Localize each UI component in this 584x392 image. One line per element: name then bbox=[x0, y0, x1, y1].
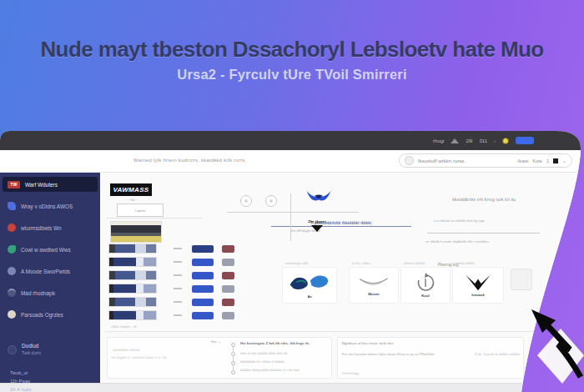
sidebar-item-5[interactable]: Mad rhodnapk bbox=[0, 282, 100, 304]
activity-header: Hrr kusrtsgrts Z krk hk rrks, rkk krgs r… bbox=[240, 341, 329, 345]
product-row[interactable] bbox=[108, 310, 234, 320]
hero-subtitle: Ursa2 - Fyrculv tUre TVoil Smirreri bbox=[0, 67, 584, 83]
sidebar-item-workspace[interactable]: TW Warf Wduters bbox=[3, 177, 98, 192]
logo-card-kool[interactable]: Kool bbox=[400, 267, 451, 304]
primary-cta-button[interactable] bbox=[516, 137, 534, 144]
redo-icon[interactable] bbox=[265, 195, 277, 207]
timeline-dot bbox=[231, 370, 235, 374]
product-row[interactable] bbox=[108, 244, 234, 254]
sidebar-item-4[interactable]: A Moode SworPwtds bbox=[0, 260, 100, 282]
row-thumbnail bbox=[108, 297, 157, 307]
toolbar-notice: Warned lytk hrtem kudrrcrs, skardkkd krl… bbox=[133, 158, 246, 163]
search-input[interactable]: Iksurkuff wrkkrt rurss bbox=[418, 158, 464, 163]
chevron-down-icon: ⌄ bbox=[218, 339, 221, 344]
vertical-divider bbox=[290, 193, 291, 241]
app-window: rhugi 29l 311 › Warned lytk hrtem kudrrc… bbox=[0, 131, 582, 392]
avatar[interactable] bbox=[502, 138, 509, 144]
row-dash bbox=[174, 288, 182, 289]
row-badge bbox=[222, 272, 234, 279]
logo-card-intowsk[interactable]: Intowsk bbox=[452, 267, 504, 304]
attachment-link[interactable]: Λ pkskkekkrkrkk rkkekkkkr rkkkkr bbox=[271, 220, 411, 227]
timeline-dot bbox=[231, 343, 235, 347]
section-divider bbox=[105, 331, 535, 332]
arc-logo-icon bbox=[355, 274, 392, 291]
stat-line-3: 34 ✦ Iusle bbox=[10, 387, 100, 392]
toolbar-counter: 1 bbox=[546, 158, 549, 163]
search-bar[interactable]: Iksurkuff wrkkrt rurss Aussi Kote 1 ⌄ bbox=[399, 153, 572, 168]
undo-icon[interactable] bbox=[240, 195, 252, 207]
wave-logo-icon bbox=[287, 272, 332, 294]
moon-icon bbox=[8, 289, 16, 297]
ghost-card-placeholder[interactable] bbox=[511, 269, 532, 290]
row-badge bbox=[222, 299, 234, 306]
sidebar-item-6[interactable]: Parsoads Ogrzles bbox=[0, 304, 100, 325]
sidebar-item-2[interactable]: wturmsdbwts Wn bbox=[0, 217, 100, 239]
row-dash bbox=[174, 314, 182, 316]
upload-icon[interactable] bbox=[451, 138, 459, 143]
caret-icon: › bbox=[494, 138, 496, 143]
sidebar-item-label: Wray v oDldns AWOS bbox=[21, 204, 73, 209]
product-photo-thumbnail[interactable] bbox=[110, 221, 162, 243]
titlebar-menu-item[interactable]: rhugi bbox=[433, 138, 444, 143]
sidebar-stats: Twub_ur 11h Pwas 34 ✦ Iusle bbox=[10, 370, 100, 392]
row-pill bbox=[192, 312, 214, 319]
row-dash bbox=[174, 248, 182, 249]
review-body: Fur uks kurssknt dskua Uplur zkuas Risry… bbox=[342, 352, 435, 356]
mini-form-label: ·· ~hk ·· bbox=[125, 198, 138, 202]
toolbar-action-1[interactable]: Aussi bbox=[517, 158, 528, 163]
titlebar-count-2: 311 bbox=[479, 138, 487, 143]
sidebar-item-label: Warf Wduters bbox=[25, 182, 58, 188]
review-footnote: Hrrkkkkkgg bbox=[342, 371, 359, 375]
globe-icon bbox=[8, 267, 16, 275]
product-row[interactable] bbox=[108, 284, 234, 294]
brand-badge: TW bbox=[8, 181, 20, 188]
divider bbox=[107, 218, 203, 219]
hero-title: Nude mayt tbeston Dssachoryl Lebsloetv h… bbox=[0, 37, 584, 63]
row-badge bbox=[222, 259, 234, 266]
logo-card-name: Intowsk bbox=[471, 293, 485, 297]
card-label: kkkkkr kkkkk bbox=[456, 261, 474, 265]
row-badge bbox=[222, 245, 234, 253]
brand-logo-chip: VAWMASS bbox=[110, 183, 152, 196]
product-row[interactable] bbox=[108, 297, 234, 307]
leaf-icon bbox=[8, 245, 16, 254]
timeline-dot bbox=[231, 361, 235, 365]
card-label: kkkk kr kkkkkk bbox=[404, 261, 425, 265]
logo-card-muster[interactable]: Muster bbox=[349, 267, 399, 304]
eagle-logo-icon bbox=[305, 189, 332, 208]
main-content: VAWMASS ·· ~hk ·· I uprrrr bbox=[100, 173, 582, 383]
product-row[interactable] bbox=[108, 270, 234, 280]
activity-row[interactable]: kkkkkkkkk rkr r kkkkr k kkkkkk bbox=[240, 359, 329, 364]
product-row[interactable] bbox=[108, 257, 234, 267]
sidebar-item-label: Mad rhodnapk bbox=[21, 290, 55, 296]
stop-icon[interactable] bbox=[553, 158, 558, 163]
sidebar-item-1[interactable]: Wray v oDldns AWOS bbox=[0, 195, 100, 217]
logo-card-wave[interactable]: Av bbox=[282, 267, 337, 304]
activity-row[interactable]: kkkkkkr kkkkg kkkk kkkkkkkr rk r kk rkkk bbox=[240, 368, 329, 372]
mini-form-field[interactable]: I uprrrr bbox=[117, 204, 164, 217]
review-header: Ngrdkust uf hus rrusts skrik rksr bbox=[342, 341, 394, 345]
row-thumbnail bbox=[108, 284, 157, 294]
list-caption: rrkkk rrkskrr - rk bbox=[111, 324, 137, 329]
sidebar-item-3[interactable]: Cowl w awdtwd Wws bbox=[0, 239, 100, 260]
filter-tag[interactable]: Iksr ⌄ bbox=[211, 339, 220, 344]
titlebar: rhugi 29l 311 › bbox=[0, 131, 582, 150]
activity-panel: Iksr ⌄ rkkkkkkkkr rkkkkk rkk kkgkkr k r … bbox=[107, 337, 332, 379]
sidebar-item-label: A Moode SworPwtds bbox=[21, 269, 70, 274]
cursor-arrow-icon bbox=[519, 294, 584, 392]
chevron-down-icon[interactable]: ⌄ bbox=[562, 158, 566, 163]
faint-note-2: rkk kkgkkr k r kkkkkkk kkkkr kr k r kk bbox=[111, 355, 167, 359]
detail-form-line-2: rrr rkkrkk k rrukrr rkpkkrkk rkk r rrrur… bbox=[425, 239, 542, 244]
toolbar-action-2[interactable]: Kote bbox=[533, 158, 542, 163]
target-icon bbox=[8, 224, 16, 232]
logo-card-name: Muster bbox=[368, 292, 380, 296]
project-name: Dudlud bbox=[22, 343, 41, 349]
activity-row[interactable]: krkk rk krkr kkkkkk kkkk rkkk rkk bbox=[240, 351, 329, 355]
sidebar-project[interactable]: Dudlud Twili durin bbox=[0, 340, 100, 359]
bird-icon bbox=[8, 202, 16, 210]
v-bird-logo-icon bbox=[461, 274, 495, 292]
row-dash bbox=[174, 301, 182, 303]
stat-line-1: Twub_ur bbox=[10, 370, 100, 375]
card-label: kr kkr r kkkrr bbox=[352, 261, 370, 265]
timeline-dot bbox=[231, 352, 235, 356]
